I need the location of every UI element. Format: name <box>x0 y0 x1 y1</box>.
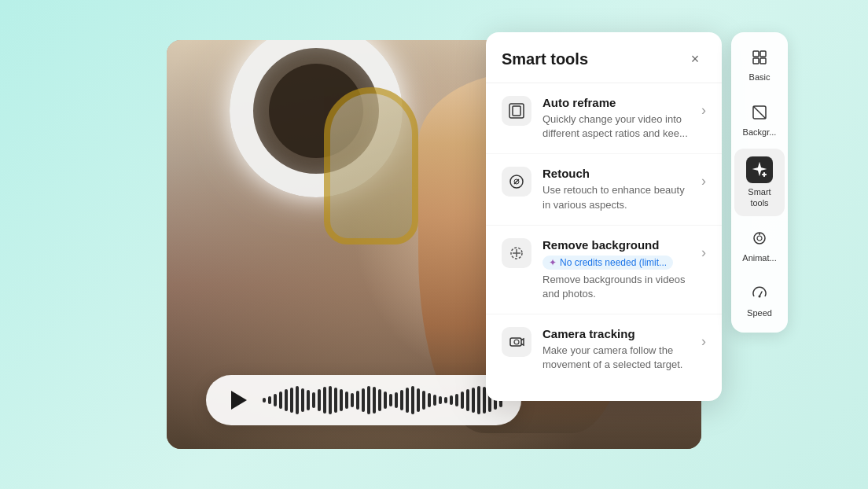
waveform-bar <box>477 386 480 414</box>
panel-overlay: Smart tools × Auto reframe Quickly chang… <box>486 32 788 401</box>
waveform-bar <box>340 389 343 411</box>
waveform-bar <box>351 393 354 407</box>
tool-arrow-retouch: › <box>701 173 706 189</box>
play-button[interactable] <box>225 388 250 413</box>
waveform <box>263 386 502 414</box>
waveform-bar <box>378 389 381 411</box>
waveform-bar <box>312 392 315 408</box>
waveform-bar <box>400 390 403 410</box>
tool-list: Auto reframe Quickly change your video i… <box>486 83 722 385</box>
main-container: Smart tools × Auto reframe Quickly chang… <box>17 17 851 472</box>
right-sidebar: Basic Backgr... Smart tools Animat... Sp… <box>731 32 788 333</box>
tool-icon-retouch <box>502 167 531 197</box>
tool-desc-remove-background: Remove backgrounds in videos and photos. <box>542 273 690 301</box>
waveform-bar <box>279 392 282 409</box>
badge-diamond-icon: ✦ <box>549 257 557 268</box>
waveform-bar <box>406 388 409 413</box>
waveform-bar <box>285 389 288 411</box>
tool-icon-remove-background <box>502 238 531 268</box>
svg-point-17 <box>759 295 761 297</box>
sidebar-icon-smart-tools <box>746 156 773 183</box>
smart-tools-panel: Smart tools × Auto reframe Quickly chang… <box>486 32 722 401</box>
waveform-bar <box>466 389 469 411</box>
svg-line-12 <box>753 106 766 119</box>
mirror-frame <box>324 87 418 244</box>
tool-content-camera-tracking: Camera tracking Make your camera follow … <box>542 327 690 372</box>
sidebar-label-animate: Animat... <box>742 253 776 263</box>
tool-content-retouch: Retouch Use retouch to enhance beauty in… <box>542 167 690 211</box>
sidebar-label-background: Backgr... <box>743 127 777 138</box>
waveform-bar <box>395 392 398 408</box>
tool-arrow-camera-tracking: › <box>701 333 706 350</box>
waveform-bar <box>472 388 475 413</box>
waveform-bar <box>301 388 304 412</box>
sidebar-item-animate[interactable]: Animat... <box>734 219 785 271</box>
tool-desc-retouch: Use retouch to enhance beauty in various… <box>542 183 690 211</box>
tool-item-retouch[interactable]: Retouch Use retouch to enhance beauty in… <box>486 154 722 225</box>
sidebar-icon-animate <box>748 227 771 249</box>
svg-point-6 <box>514 340 519 344</box>
tool-desc-auto-reframe: Quickly change your video into different… <box>542 112 690 141</box>
waveform-bar <box>290 388 293 413</box>
tool-content-auto-reframe: Auto reframe Quickly change your video i… <box>542 96 690 141</box>
tool-item-remove-background[interactable]: Remove background ✦ No credits needed (l… <box>486 226 722 314</box>
waveform-bar <box>417 388 420 412</box>
playback-bar <box>206 375 521 425</box>
tool-name-remove-background: Remove background <box>542 238 690 252</box>
waveform-bar <box>296 386 299 414</box>
svg-rect-7 <box>753 51 759 57</box>
tool-arrow-remove-background: › <box>701 244 706 261</box>
tool-name-auto-reframe: Auto reframe <box>542 96 690 109</box>
waveform-bar <box>389 394 392 406</box>
svg-rect-1 <box>513 106 520 116</box>
waveform-bar <box>444 397 447 403</box>
tool-item-auto-reframe[interactable]: Auto reframe Quickly change your video i… <box>486 83 722 154</box>
waveform-bar <box>356 391 359 410</box>
waveform-bar <box>439 396 442 404</box>
waveform-bar <box>384 392 387 409</box>
close-button[interactable]: × <box>684 48 706 70</box>
waveform-bar <box>263 398 266 403</box>
waveform-bar <box>329 386 332 414</box>
sidebar-icon-basic <box>748 46 771 68</box>
waveform-bar <box>455 394 458 406</box>
waveform-bar <box>450 395 453 405</box>
waveform-bar <box>433 395 436 406</box>
waveform-bar <box>411 386 414 414</box>
waveform-bar <box>307 390 310 410</box>
svg-rect-8 <box>760 51 766 57</box>
panel-header: Smart tools × <box>486 48 722 83</box>
tool-badge: ✦ No credits needed (limit... <box>542 256 673 270</box>
sidebar-item-background[interactable]: Backgr... <box>734 94 785 145</box>
tool-icon-auto-reframe <box>502 96 531 126</box>
svg-point-14 <box>757 236 762 241</box>
tool-desc-camera-tracking: Make your camera follow the movement of … <box>542 344 690 372</box>
tool-content-remove-background: Remove background ✦ No credits needed (l… <box>542 238 690 301</box>
waveform-bar <box>318 389 321 411</box>
tool-name-camera-tracking: Camera tracking <box>542 327 690 340</box>
waveform-bar <box>268 396 271 404</box>
waveform-bar <box>362 388 365 412</box>
sidebar-item-speed[interactable]: Speed <box>734 274 785 326</box>
tool-item-camera-tracking[interactable]: Camera tracking Make your camera follow … <box>486 314 722 384</box>
waveform-bar <box>345 392 348 409</box>
tool-arrow-auto-reframe: › <box>701 102 706 119</box>
waveform-bar <box>373 387 376 414</box>
waveform-bar <box>323 387 326 414</box>
sidebar-item-smart-tools[interactable]: Smart tools <box>734 149 785 215</box>
badge-text: No credits needed (limit... <box>560 257 667 268</box>
play-icon <box>231 391 247 410</box>
tool-name-retouch: Retouch <box>542 167 690 180</box>
sidebar-label-speed: Speed <box>747 308 772 318</box>
sidebar-item-basic[interactable]: Basic <box>734 39 785 90</box>
panel-title: Smart tools <box>502 50 588 68</box>
sidebar-icon-speed <box>748 282 771 304</box>
waveform-bar <box>334 388 337 413</box>
waveform-bar <box>422 391 425 410</box>
waveform-bar <box>367 386 370 414</box>
svg-rect-10 <box>760 58 766 64</box>
sidebar-label-basic: Basic <box>749 72 771 83</box>
waveform-bar <box>274 394 277 406</box>
waveform-bar <box>461 392 464 409</box>
sidebar-icon-background <box>748 101 771 123</box>
